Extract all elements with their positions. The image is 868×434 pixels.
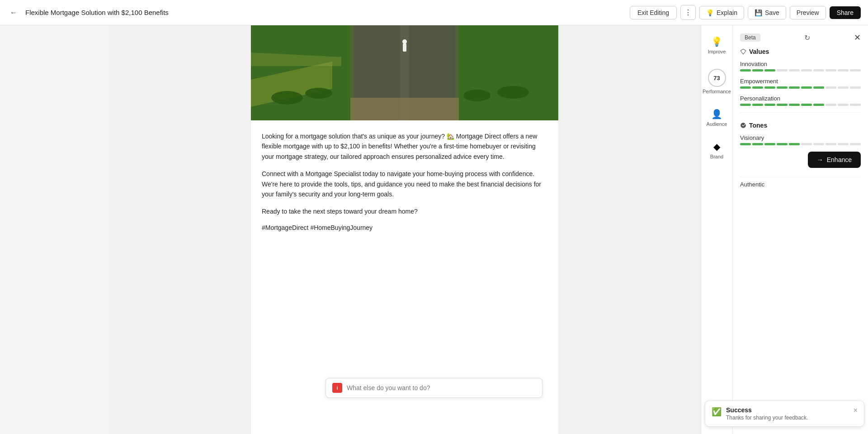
bar-segment xyxy=(801,143,812,145)
bar-segment xyxy=(801,86,812,89)
bar-segment xyxy=(740,86,751,89)
bar-segment xyxy=(850,104,861,106)
value-name: Empowerment xyxy=(740,78,861,85)
paragraph-2: Connect with a Mortgage Specialist today… xyxy=(262,169,547,199)
bar-segment xyxy=(838,143,849,145)
paragraph-1: Looking for a mortgage solution that's a… xyxy=(262,131,547,162)
diamond-icon xyxy=(740,48,746,55)
left-sidebar xyxy=(0,25,108,434)
svg-point-9 xyxy=(497,86,529,99)
success-toast: ✅ Success Thanks for sharing your feedba… xyxy=(705,401,864,427)
chat-input-area: i xyxy=(326,378,542,398)
refresh-button[interactable]: ↻ xyxy=(804,33,810,42)
back-icon: ← xyxy=(10,9,17,17)
topbar-actions: Exit Editing ⋮ 💡 Explain 💾 Save Preview … xyxy=(630,5,861,20)
share-button[interactable]: Share xyxy=(830,6,861,19)
value-bar xyxy=(740,86,861,89)
bar-segment xyxy=(789,104,800,106)
bar-segment xyxy=(764,104,775,106)
values-label: Values xyxy=(749,48,769,55)
bar-segment xyxy=(850,86,861,89)
page-title: Flexible Mortgage Solution with $2,100 B… xyxy=(25,9,624,16)
toast-close-button[interactable]: × xyxy=(854,406,858,415)
chat-icon-label: i xyxy=(336,385,338,391)
values-container: Innovation Empowerment Personalization xyxy=(740,61,861,106)
right-icon-bar: 💡 Improve 73 Performance 👤 Audience ◆ Br… xyxy=(701,25,733,434)
explain-label: Explain xyxy=(717,9,737,16)
exit-editing-button[interactable]: Exit Editing xyxy=(630,6,677,19)
performance-value: 73 xyxy=(713,75,720,81)
bar-segment xyxy=(826,69,836,72)
bar-segment xyxy=(777,104,788,106)
svg-point-6 xyxy=(271,91,303,105)
bar-segment xyxy=(850,69,861,72)
value-name: Innovation xyxy=(740,61,861,67)
bar-segment xyxy=(838,104,849,106)
svg-point-8 xyxy=(463,90,491,101)
audience-icon: 👤 xyxy=(711,109,722,119)
authentic-label: Authentic xyxy=(740,181,764,188)
bar-segment xyxy=(826,104,836,106)
bar-segment xyxy=(850,143,861,145)
performance-label: Performance xyxy=(703,89,731,94)
bar-segment xyxy=(801,104,812,106)
hashtags: #MortgageDirect #HomeBuyingJourney xyxy=(262,224,547,231)
value-item-empowerment: Empowerment xyxy=(740,78,861,89)
value-item-innovation: Innovation xyxy=(740,61,861,72)
right-sidebar: 💡 Improve 73 Performance 👤 Audience ◆ Br… xyxy=(701,25,868,434)
chat-brand-icon: i xyxy=(332,383,342,393)
bar-segment xyxy=(777,86,788,89)
bar-segment xyxy=(752,69,763,72)
enhance-arrow-icon: → xyxy=(817,156,823,163)
explain-button[interactable]: 💡 Explain xyxy=(699,6,744,19)
bar-segment xyxy=(764,86,775,89)
tones-label: Tones xyxy=(749,122,767,129)
toast-content: Success Thanks for sharing your feedback… xyxy=(726,406,849,421)
enhance-label: Enhance xyxy=(827,156,852,163)
brand-icon: ◆ xyxy=(713,141,720,152)
bar-segment xyxy=(813,143,824,145)
preview-button[interactable]: Preview xyxy=(790,6,826,19)
save-label: Save xyxy=(765,9,779,16)
close-panel-button[interactable]: ✕ xyxy=(854,33,861,43)
svg-point-12 xyxy=(402,39,407,44)
bar-segment xyxy=(764,69,775,72)
sidebar-item-improve[interactable]: 💡 Improve xyxy=(703,33,731,58)
value-name: Personalization xyxy=(740,95,861,102)
sidebar-item-performance[interactable]: 73 Performance xyxy=(703,65,731,98)
improve-icon: 💡 xyxy=(711,36,722,47)
save-icon: 💾 xyxy=(755,9,762,16)
sidebar-item-brand[interactable]: ◆ Brand xyxy=(703,138,731,163)
toast-success-icon: ✅ xyxy=(712,407,722,417)
paragraph-3: Ready to take the next steps toward your… xyxy=(262,206,547,216)
bar-segment xyxy=(801,69,812,72)
content-body: Looking for a mortgage solution that's a… xyxy=(251,120,558,231)
explain-icon: 💡 xyxy=(706,9,714,16)
sidebar-item-audience[interactable]: 👤 Audience xyxy=(703,105,731,130)
more-options-button[interactable]: ⋮ xyxy=(680,5,696,20)
tone-name: Visionary xyxy=(740,134,861,141)
performance-score: 73 xyxy=(708,69,726,87)
bar-segment xyxy=(813,104,824,106)
bar-segment xyxy=(752,86,763,89)
right-sidebar-inner: 💡 Improve 73 Performance 👤 Audience ◆ Br… xyxy=(701,25,868,434)
panel-topbar: Beta ↻ ✕ xyxy=(740,33,861,43)
bar-segment xyxy=(813,69,824,72)
bar-segment xyxy=(813,86,824,89)
save-button[interactable]: 💾 Save xyxy=(748,6,786,19)
bar-segment xyxy=(752,143,763,145)
audience-label: Audience xyxy=(707,121,727,127)
toast-title: Success xyxy=(726,406,849,414)
bar-segment xyxy=(752,104,763,106)
enhance-button[interactable]: → Enhance xyxy=(808,152,861,168)
brand-label: Brand xyxy=(710,154,723,159)
bar-segment xyxy=(777,143,788,145)
chat-input[interactable] xyxy=(347,384,536,391)
bar-segment xyxy=(789,69,800,72)
bar-segment xyxy=(740,143,751,145)
beta-badge: Beta xyxy=(740,33,760,42)
bar-segment xyxy=(826,143,836,145)
hero-image xyxy=(251,25,558,120)
bar-segment xyxy=(764,143,775,145)
back-button[interactable]: ← xyxy=(7,6,20,19)
